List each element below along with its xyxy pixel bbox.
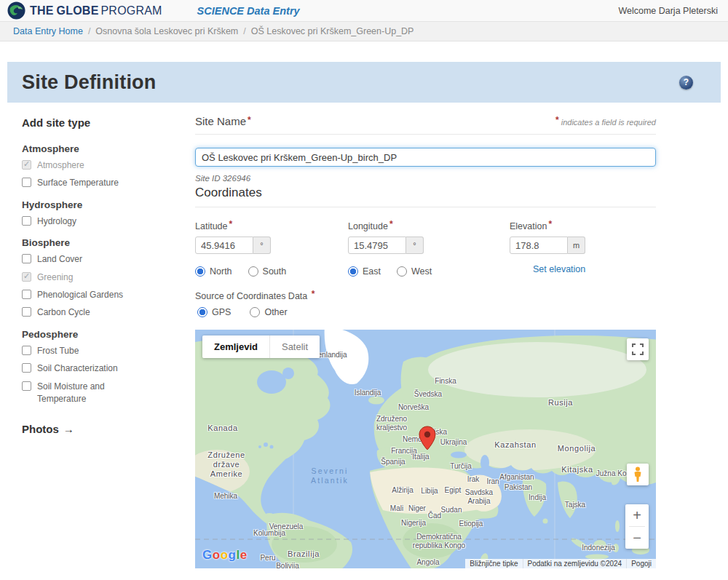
breadcrumb-item: Osnovna šola Leskovec pri Krškem (95, 26, 238, 36)
north-radio[interactable]: North (195, 266, 232, 277)
map-attribution: Bližnjične tipkePodatki na zemljevidu ©2… (465, 559, 656, 568)
coordinates-title: Coordinates (195, 186, 656, 207)
checkbox-icon[interactable] (22, 346, 31, 355)
other-radio[interactable]: Other (250, 307, 287, 317)
radio-icon[interactable] (195, 266, 205, 277)
app-subtitle: SCIENCE Data Entry (197, 5, 300, 17)
pegman-icon (631, 466, 644, 482)
map-country-label: Mehika (214, 492, 237, 501)
radio-label: GPS (212, 307, 231, 317)
source-label: Source of Coordinates Data * (195, 291, 656, 301)
elevation-column: Elevation* m Set elevation (510, 221, 656, 277)
checkbox-icon (22, 272, 31, 282)
google-map[interactable]: GrenlandijaIslandijaFinskaŠvedskaNorvešk… (195, 330, 656, 568)
brand-text: THEGLOBEPROGRAM (30, 4, 162, 17)
sidebar-group-title: Atmosphere (22, 143, 183, 154)
south-radio[interactable]: South (248, 266, 287, 277)
site-name-input[interactable] (195, 148, 656, 167)
map-attribution-item[interactable]: Pogoji (626, 559, 656, 568)
checkbox-label: Greening (37, 271, 73, 284)
map-country-label: Afganistan (499, 473, 534, 482)
west-radio[interactable]: West (397, 266, 432, 277)
radio-icon[interactable] (250, 307, 260, 317)
divider (195, 134, 656, 135)
map-type-button[interactable]: Zemljevid (202, 335, 269, 358)
radio-icon[interactable] (397, 266, 407, 277)
map-country-label: Savdska Arabija (459, 488, 499, 506)
google-logo[interactable]: Google (202, 548, 248, 563)
east-radio[interactable]: East (348, 266, 381, 277)
breadcrumb-separator: / (88, 26, 90, 36)
gps-radio[interactable]: GPS (197, 307, 231, 317)
site-type-checkbox-item[interactable]: Soil Moisture and Temperature (22, 381, 138, 406)
map-pin-marker[interactable] (419, 426, 436, 453)
content: Add site type AtmosphereAtmosphereSurfac… (0, 103, 728, 568)
map-country-label: Bolivija (276, 562, 299, 568)
fullscreen-icon (631, 343, 644, 356)
site-type-checkbox-item[interactable]: Atmosphere (22, 159, 138, 172)
map-attribution-item[interactable]: Bližnjične tipke (465, 559, 522, 568)
site-type-checkbox-item[interactable]: Phenological Gardens (22, 289, 138, 301)
radio-label: North (210, 266, 232, 277)
checkbox-label: Soil Characterization (37, 362, 118, 375)
map-country-label: Finska (435, 377, 456, 386)
elevation-input[interactable] (510, 237, 568, 254)
site-type-checkbox-item[interactable]: Soil Characterization (22, 362, 138, 375)
site-type-checkbox-item[interactable]: Frost Tube (22, 345, 138, 357)
site-type-checkbox-item[interactable]: Carbon Cycle (22, 306, 138, 319)
globe-logo-icon (7, 1, 25, 20)
welcome-user[interactable]: Welcome Darja Pleterski (618, 6, 718, 16)
latitude-column: Latitude* ° North South (195, 221, 348, 277)
site-type-checkbox-item[interactable]: Greening (22, 271, 138, 284)
top-header: THEGLOBEPROGRAM SCIENCE Data Entry Welco… (0, 0, 728, 22)
zoom-control: + − (625, 504, 649, 549)
site-name-label: Site Name (195, 115, 246, 127)
radio-icon[interactable] (348, 266, 358, 277)
map-country-label: Rusija (548, 398, 573, 408)
checkbox-icon[interactable] (22, 381, 31, 391)
map-country-label: Mali (390, 504, 403, 513)
checkbox-icon[interactable] (22, 254, 31, 263)
latitude-input[interactable] (195, 237, 253, 254)
radio-icon[interactable] (248, 266, 258, 277)
site-type-checkbox-item[interactable]: Land Cover (22, 253, 138, 266)
pegman-button[interactable] (627, 464, 649, 485)
page-banner: Site Definition ? (7, 62, 721, 103)
checkbox-icon[interactable] (22, 290, 31, 299)
site-type-checkbox-item[interactable]: Hydrology (22, 215, 138, 228)
checkbox-icon[interactable] (22, 216, 31, 226)
help-icon[interactable]: ? (679, 76, 693, 90)
globe-logo[interactable]: THEGLOBEPROGRAM (7, 1, 162, 20)
map-country-label: Kanada (207, 424, 238, 433)
required-note: * indicates a field is required (554, 117, 656, 127)
photos-label: Photos (22, 423, 59, 435)
site-id-value: 326946 (223, 174, 250, 183)
main-form: Site Name* * indicates a field is requir… (195, 115, 656, 568)
required-asterisk: * (229, 219, 232, 229)
map-country-label: Libija (421, 487, 438, 496)
site-id: Site ID 326946 (195, 174, 656, 183)
site-type-checkbox-item[interactable]: Surface Temperature (22, 177, 138, 189)
page: THEGLOBEPROGRAM SCIENCE Data Entry Welco… (0, 0, 728, 580)
map-type-control: Zemljevid Satelit (202, 335, 320, 358)
checkbox-icon[interactable] (22, 363, 31, 373)
set-elevation-link[interactable]: Set elevation (533, 264, 585, 274)
checkbox-icon[interactable] (22, 307, 31, 317)
radio-icon[interactable] (197, 307, 207, 317)
required-asterisk: * (548, 219, 552, 229)
latitude-label: Latitude* (195, 221, 348, 231)
fullscreen-button[interactable] (627, 338, 649, 360)
zoom-out-button[interactable]: − (625, 527, 649, 549)
checkbox-icon[interactable] (22, 178, 31, 187)
breadcrumb-link[interactable]: Data Entry Home (13, 26, 83, 36)
map-attribution-item[interactable]: Podatki na zemljevidu ©2024 (523, 559, 627, 568)
satellite-type-button[interactable]: Satelit (269, 335, 320, 358)
zoom-in-button[interactable]: + (625, 504, 649, 526)
longitude-input[interactable] (348, 237, 406, 254)
checkbox-label: Carbon Cycle (37, 306, 90, 319)
checkbox-label: Land Cover (37, 253, 82, 266)
sidebar-item-photos[interactable]: Photos → (22, 423, 183, 435)
map-country-label: Etiopija (459, 520, 483, 528)
map-country-label: Alžirija (392, 486, 413, 495)
map-country-label: Brazilija (288, 549, 320, 559)
